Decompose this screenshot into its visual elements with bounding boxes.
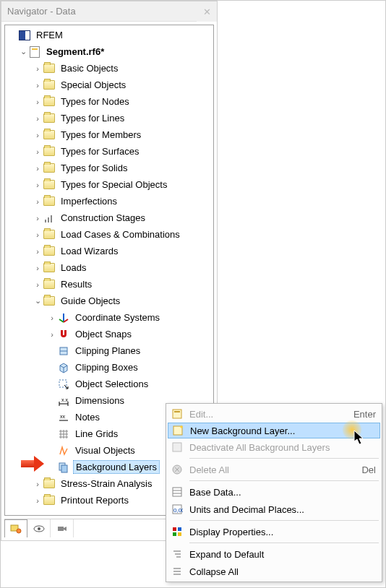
tree-item[interactable]: ›Basic Objects xyxy=(5,60,213,77)
twisty-icon[interactable]: › xyxy=(33,230,43,239)
tree-item-label: Types for Surfaces xyxy=(59,145,141,157)
app-icon xyxy=(18,30,31,41)
folder-icon xyxy=(43,229,56,241)
tree-root[interactable]: RFEM xyxy=(5,27,213,43)
menu-item-label: Edit... xyxy=(189,409,353,420)
notes-icon: xx xyxy=(57,412,70,423)
twisty-icon[interactable]: › xyxy=(33,264,43,272)
twisty-icon[interactable]: ⌄ xyxy=(18,47,28,56)
twisty-icon[interactable]: › xyxy=(33,247,43,256)
tree-item-label: Load Cases & Combinations xyxy=(59,228,182,241)
svg-rect-28 xyxy=(173,410,181,418)
svg-rect-2 xyxy=(51,215,52,222)
twisty-icon[interactable]: › xyxy=(33,147,43,156)
tree-item[interactable]: ›Types for Surfaces xyxy=(5,143,213,160)
close-icon[interactable]: ✕ xyxy=(197,1,217,22)
tree-item-guide-objects[interactable]: ⌄Guide Objects xyxy=(5,293,213,309)
menu-item[interactable]: Base Data... xyxy=(168,483,380,501)
menu-item-label: Units and Decimal Places... xyxy=(189,504,376,515)
tree-item-label: Notes xyxy=(73,411,102,423)
titlebar: Navigator - Data ✕ xyxy=(1,1,217,22)
file-icon xyxy=(28,46,41,58)
svg-rect-41 xyxy=(178,527,181,531)
folder-icon xyxy=(43,113,56,124)
tree-item[interactable]: ›Imperfections xyxy=(5,193,213,209)
tree-item-label: Clipping Planes xyxy=(73,345,142,357)
tree-item-label: Special Objects xyxy=(59,79,128,91)
twisty-icon[interactable]: › xyxy=(33,81,43,90)
tree-item[interactable]: ›Special Objects xyxy=(5,77,213,93)
twisty-icon[interactable]: › xyxy=(33,131,43,139)
menu-item-label: Display Properties... xyxy=(189,527,376,537)
tree-item[interactable]: ›Load Cases & Combinations xyxy=(5,226,213,243)
twisty-icon[interactable]: › xyxy=(33,181,43,189)
tree-item[interactable]: ›Types for Solids xyxy=(5,160,213,176)
tree-item-label: Object Selections xyxy=(73,378,150,390)
menu-item[interactable]: Collapse All xyxy=(168,563,380,580)
menu-item-label: Deactivate All Background Layers xyxy=(189,442,376,453)
tab-data-icon[interactable] xyxy=(4,519,27,537)
menu-item[interactable]: 0,00Units and Decimal Places... xyxy=(168,501,380,518)
svg-point-26 xyxy=(38,527,40,530)
menu-item-label: Delete All xyxy=(189,464,361,475)
tree-item-label: Types for Solids xyxy=(59,162,130,174)
twisty-icon[interactable]: › xyxy=(33,280,43,289)
tree-item[interactable]: ›Coordinate Systems xyxy=(5,309,213,326)
twisty-icon[interactable]: › xyxy=(33,164,43,173)
tree-item[interactable]: ›Loads xyxy=(5,259,213,276)
tree-item-label: Object Snaps xyxy=(73,328,134,340)
twisty-icon[interactable]: › xyxy=(47,314,57,322)
twisty-icon[interactable]: › xyxy=(33,480,43,488)
tree-item[interactable]: ›Types for Lines xyxy=(5,110,213,126)
twisty-icon[interactable]: › xyxy=(47,330,57,339)
svg-rect-29 xyxy=(174,411,180,412)
app-label: RFEM xyxy=(34,29,65,41)
tree-item[interactable]: Clipping Planes xyxy=(5,342,213,359)
units-icon: 0,00 xyxy=(169,502,185,516)
tree-item[interactable]: Clipping Boxes xyxy=(5,359,213,376)
tree-item-label: Line Grids xyxy=(73,428,120,440)
tree-item[interactable]: ›Types for Nodes xyxy=(5,93,213,110)
folder-icon xyxy=(43,279,56,290)
tree-file[interactable]: ⌄Segment.rf6* xyxy=(5,43,213,60)
menu-item-shortcut: Enter xyxy=(353,409,376,420)
twisty-icon[interactable]: › xyxy=(33,496,43,505)
dim-icon: x.x xyxy=(57,395,70,407)
twisty-icon[interactable]: › xyxy=(33,114,43,123)
tree-item-label: Types for Lines xyxy=(59,112,126,124)
edit-icon xyxy=(169,407,185,421)
twisty-icon[interactable]: › xyxy=(33,98,43,106)
twisty-icon[interactable]: › xyxy=(33,64,43,73)
tree-item[interactable]: ›Types for Members xyxy=(5,126,213,143)
deactivate-icon xyxy=(169,440,185,454)
tab-views-icon[interactable] xyxy=(27,519,51,537)
tree-item-label: Imperfections xyxy=(59,195,119,207)
folder-icon xyxy=(43,262,56,274)
menu-item[interactable]: Display Properties... xyxy=(168,523,380,540)
svg-rect-1 xyxy=(48,217,49,222)
menu-item[interactable]: Expand to Default xyxy=(168,545,380,563)
menu-item-shortcut: Del xyxy=(361,464,376,475)
tree-item-label: Types for Nodes xyxy=(59,95,132,108)
twisty-icon[interactable]: ⌄ xyxy=(33,296,43,306)
menu-item-label: Expand to Default xyxy=(189,549,376,560)
menu-item-label: Collapse All xyxy=(189,566,376,577)
tree-item[interactable]: ›Types for Special Objects xyxy=(5,176,213,193)
svg-rect-40 xyxy=(173,527,176,531)
twisty-icon[interactable]: › xyxy=(33,214,43,222)
new-icon xyxy=(170,423,186,438)
tree-item-label: Results xyxy=(59,278,94,290)
tree-item[interactable]: ›Construction Stages xyxy=(5,209,213,226)
tree-item[interactable]: ›Object Snaps xyxy=(5,326,213,342)
collapse-icon xyxy=(169,564,185,579)
stages-icon xyxy=(43,212,56,224)
tab-camera-icon[interactable] xyxy=(51,519,74,537)
folder-icon xyxy=(43,495,56,506)
twisty-icon[interactable]: › xyxy=(33,197,43,206)
folder-icon xyxy=(43,96,56,108)
tree-item[interactable]: ›Load Wizards xyxy=(5,243,213,259)
tree-item-label: Loads xyxy=(59,261,88,274)
tree-item[interactable]: ›Results xyxy=(5,276,213,293)
tree-item[interactable]: Object Selections xyxy=(5,376,213,392)
visual-icon xyxy=(57,445,70,457)
